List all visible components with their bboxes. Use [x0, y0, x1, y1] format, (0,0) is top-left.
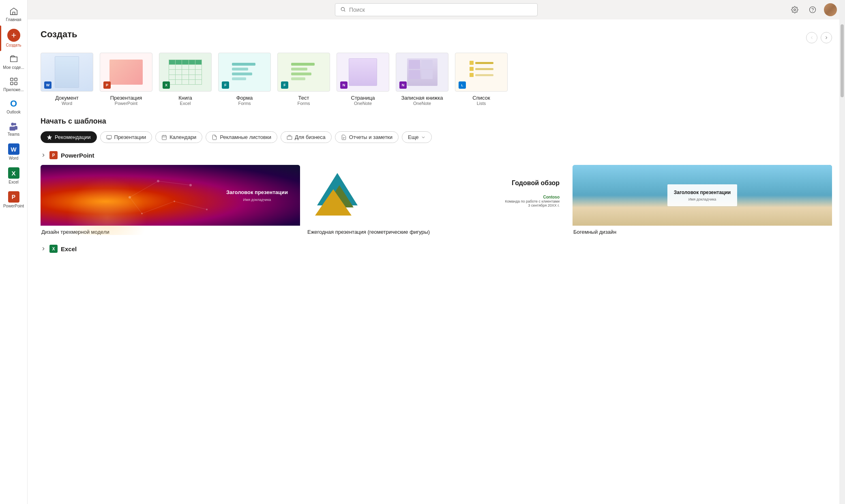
svg-line-16	[158, 181, 191, 185]
create-card-list[interactable]: L Список Lists	[455, 53, 508, 106]
page-card-app: OneNote	[354, 101, 372, 106]
create-card-ppt[interactable]: P Презентация PowerPoint	[100, 53, 152, 106]
excel-thumb: X	[159, 53, 212, 92]
nav-arrow-left[interactable]	[806, 32, 817, 43]
list-badge: L	[459, 81, 466, 89]
page-thumb: N	[337, 53, 389, 92]
create-card-excel[interactable]: X Книга Excel	[159, 53, 212, 106]
svg-line-18	[142, 201, 174, 214]
svg-line-17	[130, 197, 142, 214]
filter-tab-calendars[interactable]: Календари	[155, 131, 202, 143]
ppt-card2-date: 3 сентября 20ХХ г.	[358, 203, 560, 207]
excel-subsection-title: Excel	[61, 246, 77, 252]
svg-rect-8	[287, 136, 292, 139]
forms-badge: F	[222, 81, 229, 89]
sidebar-item-myfiles[interactable]: Мое соде...	[0, 51, 27, 73]
word-icon: W	[8, 143, 19, 155]
create-card-word[interactable]: W Документ Word	[41, 53, 93, 106]
ppt-thumb-bohemian: Заголовок презентации Имя докладчика	[573, 165, 832, 226]
ppt-thumb: P	[100, 53, 152, 92]
ppt-bohemian-bg: Заголовок презентации Имя докладчика	[573, 165, 832, 226]
ppt-thumb-annual: Годовой обзор Contoso Команда по работе …	[307, 165, 566, 226]
create-card-notebook[interactable]: N Записная книжка OneNote	[396, 53, 448, 106]
ppt-card2-team: Команда по работе с клиентами	[358, 199, 560, 203]
ppt-subsection-title: PowerPoint	[61, 152, 94, 159]
ppt-card2-company: Contoso	[358, 195, 560, 199]
settings-button[interactable]	[788, 3, 801, 16]
svg-rect-0	[10, 78, 13, 81]
test-thumb: F	[277, 53, 330, 92]
template-card-bohemian[interactable]: Заголовок презентации Имя докладчика Бог…	[573, 165, 832, 235]
svg-line-19	[174, 201, 207, 209]
filter-tab-presentations[interactable]: Презентации	[100, 131, 152, 143]
create-cards-row: W Документ Word P Презентация PowerPoint	[41, 53, 832, 106]
template-section: Начать с шаблона Рекомендации Презентаци…	[41, 117, 832, 253]
scrollbar-thumb[interactable]	[841, 24, 844, 97]
ppt-template-cards: Заголовок презентации Имя докладчика Диз…	[41, 165, 832, 235]
word-badge: W	[44, 81, 51, 89]
test-badge: F	[281, 81, 288, 89]
topbar: Поиск	[28, 0, 845, 19]
sidebar-item-create[interactable]: Создать	[0, 26, 27, 51]
search-box[interactable]: Поиск	[335, 3, 538, 16]
filter-tab-reports[interactable]: Отчеты и заметки	[335, 131, 399, 143]
filter-tab-more[interactable]: Еще	[402, 131, 432, 143]
excel-icon: X	[8, 167, 19, 179]
svg-rect-2	[10, 82, 13, 85]
template-card-annual[interactable]: Годовой обзор Contoso Команда по работе …	[307, 165, 566, 235]
search-icon	[340, 6, 346, 13]
scrollbar-track[interactable]	[839, 0, 845, 504]
forms-card-name: Форма	[236, 95, 253, 101]
teams-icon	[9, 121, 19, 131]
notebook-card-app: OneNote	[413, 101, 431, 106]
ppt-card3-sub: Имя докладчика	[674, 197, 731, 201]
sidebar-item-apps-label: Приложе...	[3, 88, 24, 92]
nav-arrow-right[interactable]	[821, 32, 832, 43]
create-card-test[interactable]: F Тест Forms	[277, 53, 330, 106]
ppt-thumb-3d: Заголовок презентации Имя докладчика	[41, 165, 300, 226]
sidebar-item-powerpoint[interactable]: P PowerPoint	[0, 188, 27, 212]
excel-chevron-icon	[41, 246, 46, 252]
template-card-3d[interactable]: Заголовок презентации Имя докладчика Диз…	[41, 165, 300, 235]
sidebar-item-apps[interactable]: Приложе...	[0, 73, 27, 96]
svg-point-4	[341, 7, 344, 11]
sidebar-item-outlook[interactable]: O Outlook	[0, 96, 27, 118]
excel-subsection-badge: X	[49, 245, 58, 253]
page-card-name: Страница	[351, 95, 375, 101]
help-button[interactable]	[806, 3, 819, 16]
page-badge: N	[340, 81, 347, 89]
ppt-chevron-icon	[41, 152, 46, 158]
filter-tab-business[interactable]: Для бизнеса	[281, 131, 332, 143]
sidebar-item-excel-label: Excel	[9, 180, 18, 185]
forms-thumb: F	[218, 53, 271, 92]
ppt-subsection-header[interactable]: P PowerPoint	[41, 151, 832, 159]
ppt-card-bohemian-label: Богемный дизайн	[573, 229, 832, 235]
svg-line-15	[130, 181, 158, 197]
ppt-badge: P	[103, 81, 111, 89]
notebook-thumb: N	[396, 53, 448, 92]
sidebar-item-excel[interactable]: X Excel	[0, 164, 27, 188]
word-card-app: Word	[62, 101, 72, 106]
myfiles-icon	[9, 54, 19, 64]
list-card-app: Lists	[477, 101, 486, 106]
create-card-page[interactable]: N Страница OneNote	[337, 53, 389, 106]
avatar[interactable]	[824, 3, 837, 16]
sidebar-item-outlook-label: Outlook	[6, 110, 20, 115]
filter-tab-recommended[interactable]: Рекомендации	[41, 131, 97, 143]
filter-tab-flyers[interactable]: Рекламные листовки	[206, 131, 277, 143]
ppt-card-annual-label: Ежегодная презентация (геометрические фи…	[307, 229, 566, 235]
filter-tabs: Рекомендации Презентации Календари Рекла…	[41, 131, 832, 143]
svg-rect-1	[14, 78, 17, 81]
test-card-name: Тест	[298, 95, 309, 101]
ppt-card3-title: Заголовок презентации	[674, 189, 731, 196]
ppt-card-name: Презентация	[110, 95, 142, 101]
nav-arrows	[806, 32, 832, 43]
avatar-image	[824, 3, 837, 16]
create-card-forms[interactable]: F Форма Forms	[218, 53, 271, 106]
sidebar-item-teams[interactable]: Teams	[0, 118, 27, 140]
excel-subsection-header[interactable]: X Excel	[41, 245, 832, 253]
sidebar-item-home[interactable]: Главная	[0, 3, 27, 26]
word-thumb: W	[41, 53, 93, 92]
main-area: Поиск Создать	[28, 0, 845, 504]
sidebar-item-word[interactable]: W Word	[0, 140, 27, 164]
